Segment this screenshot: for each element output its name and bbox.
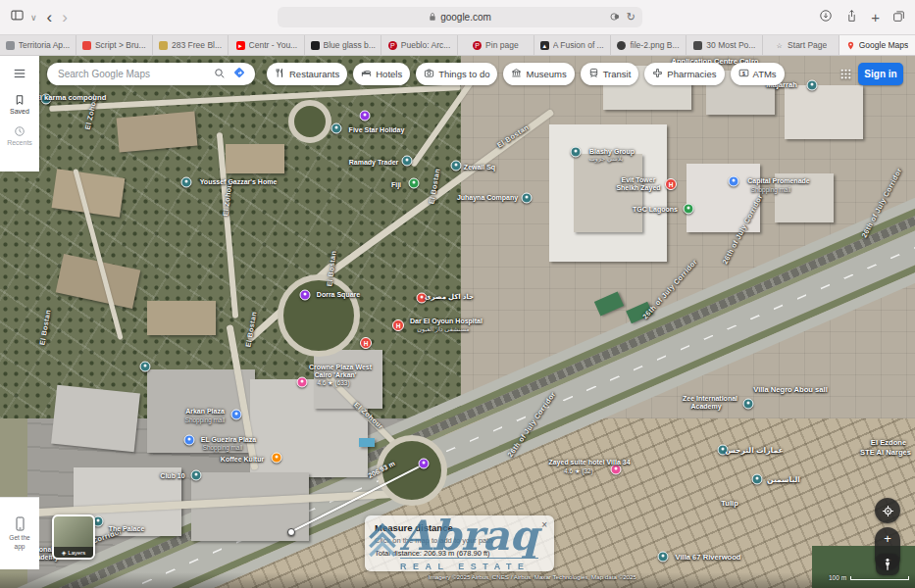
chip-pharmacies[interactable]: Pharmacies [644, 63, 724, 85]
browser-tab[interactable]: Script > Bru... [76, 35, 153, 55]
poi-marker[interactable] [571, 147, 582, 158]
browser-tab[interactable]: 283 Free Bl... [153, 35, 229, 55]
chip-restaurants[interactable]: Restaurants [267, 63, 347, 85]
shop-marker[interactable] [184, 435, 195, 446]
saved-button[interactable]: Saved [10, 94, 29, 115]
tab-favicon-icon [82, 41, 91, 50]
museums-icon [511, 68, 522, 80]
downloads-icon[interactable] [819, 9, 833, 26]
tab-title: Start Page [788, 40, 827, 50]
map-roundabout [278, 274, 360, 357]
hotels-icon [361, 68, 372, 80]
chip-museums[interactable]: Museums [503, 63, 574, 85]
tab-bar: Territoria Ap...Script > Bru...283 Free … [0, 35, 915, 56]
map-building [226, 144, 284, 173]
satellite-map[interactable]: RestaurantsHotelsThings to doMuseumsTran… [0, 56, 915, 588]
measure-distance-card: Measure distance Click on the map to add… [365, 515, 554, 571]
directions-icon[interactable] [232, 66, 246, 83]
privacy-report-icon[interactable] [610, 12, 621, 24]
poi-marker[interactable] [181, 177, 192, 188]
layers-button[interactable]: ◈ Layers [52, 514, 95, 560]
browser-tab[interactable]: ▸Centr - You... [229, 35, 305, 55]
park-marker[interactable] [409, 178, 420, 189]
chip-atms[interactable]: $ATMs [731, 63, 785, 85]
browser-toolbar: ∨ ‹ › google.com ↻ + [0, 0, 915, 35]
google-apps-icon[interactable] [839, 67, 852, 84]
reload-icon[interactable]: ↻ [627, 11, 635, 24]
tab-title: Script > Bru... [95, 40, 146, 50]
browser-tab[interactable]: ☆Start Page [763, 35, 839, 55]
poi-marker[interactable] [718, 445, 729, 456]
food-marker[interactable] [272, 453, 282, 464]
poi-marker[interactable] [807, 80, 818, 91]
address-bar[interactable]: google.com ↻ [278, 7, 642, 27]
new-tab-button[interactable]: + [871, 9, 880, 25]
browser-tab[interactable]: Google Maps [839, 35, 915, 55]
maps-search-box[interactable] [47, 63, 255, 85]
map-building [51, 385, 140, 453]
shop-marker[interactable] [729, 176, 739, 187]
measure-title: Measure distance [375, 522, 544, 533]
tab-overview-icon[interactable] [892, 9, 905, 26]
menu-icon[interactable] [13, 66, 26, 83]
poi-marker[interactable] [140, 362, 151, 372]
scale-label: 100 m [829, 574, 846, 581]
sidebar-chevron-icon[interactable]: ∨ [30, 13, 37, 23]
hotel-marker[interactable] [297, 377, 308, 388]
purple-marker[interactable] [300, 290, 311, 301]
poi-marker[interactable] [191, 470, 202, 481]
share-icon[interactable] [845, 9, 858, 26]
chip-transit[interactable]: Transit [581, 63, 639, 85]
poi-marker[interactable] [451, 161, 462, 172]
get-app-panel[interactable]: Get the app [0, 497, 39, 569]
browser-tab[interactable]: ▴A Fusion of ... [534, 35, 611, 55]
poi-marker[interactable] [402, 156, 413, 167]
browser-tab[interactable]: file-2.png B... [611, 35, 687, 55]
poi-marker[interactable] [752, 474, 763, 485]
pegman-button[interactable] [876, 554, 899, 575]
hospital-marker[interactable]: H [665, 178, 677, 190]
browser-tab[interactable]: 30 Most Po... [686, 35, 763, 55]
tab-title: Blue glass b... [324, 40, 376, 50]
back-button[interactable]: ‹ [47, 9, 53, 25]
browser-tab[interactable]: PPin page [458, 35, 534, 55]
chip-hotels[interactable]: Hotels [353, 63, 410, 85]
poi-marker[interactable] [743, 399, 754, 410]
purple-marker[interactable] [419, 459, 430, 469]
chip-things-to-do[interactable]: Things to do [416, 63, 497, 85]
browser-tab[interactable]: Blue glass b... [305, 35, 381, 55]
chip-label: Restaurants [289, 69, 339, 79]
browser-tab[interactable]: Territoria Ap... [0, 35, 76, 55]
shop-marker[interactable] [231, 410, 242, 420]
purple-marker[interactable] [360, 111, 371, 122]
poi-marker[interactable] [331, 123, 342, 134]
poi-marker[interactable] [41, 94, 52, 105]
measure-point[interactable] [287, 528, 295, 536]
forward-button[interactable]: › [62, 9, 68, 25]
recents-button[interactable]: Recents [7, 125, 32, 146]
poi-marker[interactable] [522, 193, 533, 204]
close-icon[interactable]: × [541, 519, 547, 530]
browser-tab[interactable]: PPueblo: Arc... [381, 35, 458, 55]
hotel-marker[interactable] [611, 465, 622, 475]
chip-label: Pharmacies [667, 69, 716, 79]
map-building [686, 164, 760, 232]
tab-title: file-2.png B... [630, 40, 679, 50]
search-input[interactable] [56, 68, 207, 80]
sign-in-button[interactable]: Sign in [858, 63, 903, 85]
tab-title: 30 Most Po... [706, 40, 755, 50]
search-icon[interactable] [214, 66, 226, 83]
tab-favicon-icon [846, 41, 855, 50]
park-marker[interactable] [684, 204, 694, 215]
sidebar-toggle-icon[interactable] [10, 8, 25, 26]
hospital-marker[interactable]: H [392, 319, 404, 331]
reddot-marker[interactable] [417, 293, 428, 304]
zoom-in-button[interactable]: + [884, 532, 891, 545]
map-scale: 100 m [829, 574, 909, 581]
tab-title: Territoria Ap... [19, 40, 70, 50]
hospital-marker[interactable]: H [360, 337, 372, 349]
tab-favicon-icon [617, 41, 626, 50]
tab-favicon-icon: P [388, 41, 397, 50]
poi-marker[interactable] [658, 552, 669, 563]
my-location-button[interactable] [875, 498, 900, 523]
